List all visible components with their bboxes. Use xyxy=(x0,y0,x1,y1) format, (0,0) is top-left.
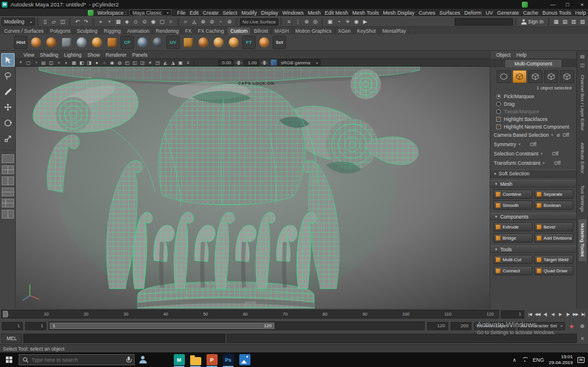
workspace-dropdown[interactable]: Maya Classic ▾ xyxy=(129,9,171,16)
step-forward-frame-icon[interactable]: ▶▶ xyxy=(572,310,579,318)
undo-icon[interactable]: ↶ xyxy=(73,18,82,26)
safe-title-icon[interactable]: ◍ xyxy=(116,59,123,66)
photos-app-icon[interactable] xyxy=(236,352,253,367)
workspace-grid-icon-4[interactable]: ▧ xyxy=(578,18,587,26)
no-construction-history-icon[interactable]: ◎ xyxy=(311,18,319,26)
shaded-icon[interactable]: ◱ xyxy=(131,59,139,66)
stack-shelf-icon[interactable] xyxy=(105,36,119,49)
script-editor-icon[interactable]: ≡ xyxy=(578,334,587,342)
set-shelf-icon[interactable]: Set xyxy=(273,36,286,49)
grease-pencil-icon[interactable]: ◐ xyxy=(63,59,70,66)
constraint-row[interactable]: Selection Constraint ▼ Off xyxy=(490,149,576,158)
render-settings-icon[interactable]: ☀ xyxy=(343,18,352,26)
select-tool[interactable] xyxy=(1,53,15,67)
toolkit-button[interactable]: Quad Draw xyxy=(534,266,573,275)
four-pane-layout-button[interactable] xyxy=(2,165,14,174)
construction-history-icon[interactable]: ⊛ xyxy=(302,18,311,26)
xray-icon[interactable]: ▣ xyxy=(177,59,184,66)
play-backwards-icon[interactable]: ◀ xyxy=(549,310,556,318)
shelf-tab[interactable]: Curves / Surfaces xyxy=(1,27,47,34)
select-mask-rendering-icon[interactable]: ▢ xyxy=(158,18,167,26)
selection-option[interactable]: ✓ Highlight Backfaces xyxy=(490,115,576,123)
animation-start-field[interactable]: 1 xyxy=(2,322,23,330)
shelf-tab[interactable]: XGen xyxy=(335,27,355,34)
plate-shelf-icon[interactable] xyxy=(60,36,73,49)
toolkit-button[interactable]: Multi-Cut xyxy=(493,255,532,264)
snap-to-curve-icon[interactable]: ◬ xyxy=(190,18,199,26)
toolkit-button[interactable]: Extrude xyxy=(493,222,532,231)
new-scene-icon[interactable]: ▯ xyxy=(41,18,50,26)
toolkit-button[interactable]: Smooth xyxy=(493,200,532,210)
uv-shelf-icon[interactable]: UV xyxy=(166,36,180,49)
orange-sphere-shelf-icon[interactable] xyxy=(197,36,210,49)
isolate-select-icon[interactable]: ≡ xyxy=(184,59,192,66)
two-pane-side-layout-button[interactable] xyxy=(2,176,14,185)
pot-shelf-icon[interactable] xyxy=(44,36,58,49)
tools-section-header[interactable]: ▼ Tools xyxy=(490,245,576,253)
snap-to-view-plane-icon[interactable]: ▫ xyxy=(216,18,225,26)
menu-item[interactable]: Create xyxy=(201,9,221,16)
lights-icon[interactable]: ☀ xyxy=(146,59,154,66)
mesh-section-header[interactable]: ▼ Mesh xyxy=(490,180,576,188)
panel-menu-item[interactable]: Shading xyxy=(37,52,61,58)
mel-input-field[interactable] xyxy=(23,334,225,343)
animation-end-field[interactable]: 200 xyxy=(451,322,472,330)
step-forward-key-icon[interactable]: |▶ xyxy=(564,310,572,318)
face-shelf-icon[interactable] xyxy=(227,36,240,49)
resolution-gate-icon[interactable]: ◨ xyxy=(85,59,93,66)
taskbar-search[interactable] xyxy=(19,354,135,365)
hypershade-icon[interactable]: ◉ xyxy=(352,18,360,26)
shelf-tab[interactable]: Rigging xyxy=(101,27,125,34)
sidebar-tab[interactable]: Attribute Editor xyxy=(579,139,586,178)
toolkit-button[interactable]: Boolean xyxy=(534,200,573,210)
sidebar-tab[interactable]: Channel Box / Layer Editor xyxy=(579,71,586,135)
notification-center-icon[interactable] xyxy=(577,357,584,363)
shelf-tab[interactable]: Rendering xyxy=(153,27,182,34)
lasso-tool[interactable] xyxy=(1,69,15,82)
file-explorer-icon[interactable] xyxy=(187,352,204,367)
group-divider[interactable] xyxy=(321,18,324,26)
photoshop-app-icon[interactable]: Ps xyxy=(220,352,236,367)
powerpoint-app-icon[interactable]: P xyxy=(204,352,220,367)
film-gate-icon[interactable]: ◧ xyxy=(78,59,85,66)
group-divider[interactable] xyxy=(236,18,238,26)
screen-space-ao-icon[interactable]: ◭ xyxy=(161,59,169,66)
safe-action-icon[interactable]: ◉ xyxy=(108,59,116,66)
maximize-button[interactable]: □ xyxy=(562,0,573,9)
animation-preferences-icon[interactable]: ⊛ xyxy=(578,322,586,330)
camera-attributes-icon[interactable]: ◔ xyxy=(32,59,40,66)
toolkit-button[interactable]: Bevel xyxy=(534,222,573,231)
select-object-icon[interactable]: + xyxy=(105,18,114,26)
gear-shelf-icon[interactable] xyxy=(90,36,104,49)
panel-menu-item[interactable]: Lighting xyxy=(61,52,84,58)
selection-option[interactable]: Tweak/Marquee xyxy=(490,108,576,115)
menu-item[interactable]: Edit xyxy=(187,9,201,16)
exposure-field[interactable]: 0.00 xyxy=(218,60,233,66)
group-divider[interactable] xyxy=(548,18,550,26)
group-divider[interactable] xyxy=(177,18,180,26)
group-divider[interactable] xyxy=(280,18,283,26)
menu-item[interactable]: Bonus Tools xyxy=(541,9,573,16)
menu-item[interactable]: Mesh Tools xyxy=(350,9,381,16)
menu-item[interactable]: Mesh xyxy=(306,9,323,16)
shelf-tab[interactable]: Custom xyxy=(228,27,251,34)
playback-range-bar[interactable]: 1 120 xyxy=(50,323,274,329)
render-view-icon[interactable]: ▶ xyxy=(360,18,369,26)
shell-shelf-icon[interactable] xyxy=(75,36,88,49)
step-back-frame-icon[interactable]: ◀◀ xyxy=(534,310,541,318)
redo-icon[interactable]: ↷ xyxy=(82,18,91,26)
3d-scene[interactable]: CAPS LOCK ON persp xyxy=(16,67,490,309)
shelf-tab[interactable]: KeyShot xyxy=(354,27,379,34)
three-pane-layout-button[interactable] xyxy=(2,199,14,207)
channel-box-icon[interactable]: ▤ xyxy=(579,53,587,60)
toolkit-button[interactable]: Bridge xyxy=(493,233,532,243)
selection-option[interactable]: ✓ Highlight Nearest Component xyxy=(490,123,576,130)
constraint-row[interactable]: Camera Based Selection ▼ ⊘ Off xyxy=(490,130,576,140)
shelf-tab[interactable]: FX xyxy=(182,27,195,34)
auto-keyframe-icon[interactable]: ◆ xyxy=(568,322,576,330)
object-mode-icon[interactable] xyxy=(497,70,511,83)
menu-item[interactable]: Curves xyxy=(417,9,438,16)
toolkit-button[interactable]: Add Divisions xyxy=(534,233,573,243)
edge-mode-icon[interactable] xyxy=(544,70,558,83)
mel-toggle-button[interactable]: MEL xyxy=(1,334,22,343)
